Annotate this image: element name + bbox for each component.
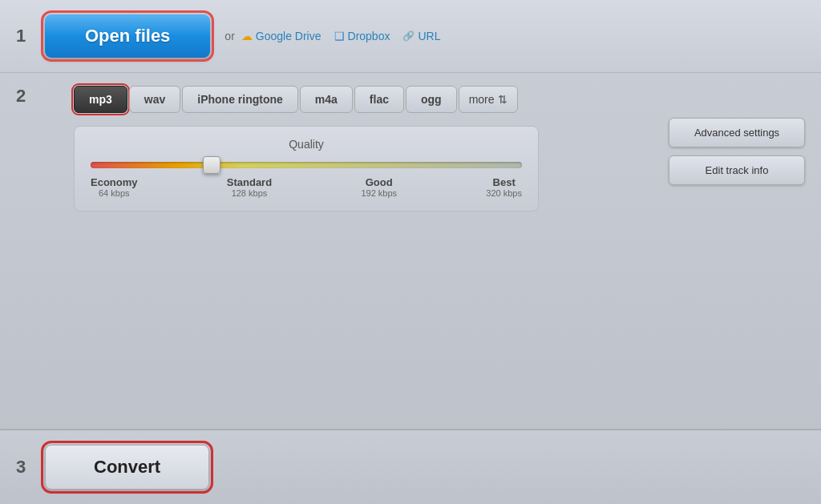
section-2: 2 mp3 wav iPhone ringtone m4a flac ogg m… <box>0 73 821 429</box>
tab-flac[interactable]: flac <box>354 86 404 113</box>
edit-track-info-button[interactable]: Edit track info <box>669 155 805 185</box>
format-tabs: mp3 wav iPhone ringtone m4a flac ogg mor… <box>74 86 653 113</box>
standard-kbps: 128 kbps <box>227 188 272 198</box>
google-drive-label: Google Drive <box>256 30 322 42</box>
step-2-number: 2 <box>16 86 45 107</box>
quality-title: Quality <box>91 138 522 151</box>
section-1: 1 Open files or ☁ Google Drive ❑ Dropbox… <box>0 0 821 73</box>
quality-panel: Quality Economy 64 kbps Standard 128 kbp… <box>74 126 539 212</box>
best-label: Best <box>486 176 522 188</box>
section-2-content: mp3 wav iPhone ringtone m4a flac ogg mor… <box>45 86 653 212</box>
slider-track <box>91 162 522 168</box>
quality-slider-container <box>91 162 522 168</box>
quality-standard: Standard 128 kbps <box>227 176 272 198</box>
quality-good: Good 192 kbps <box>361 176 397 198</box>
section-3: 3 Convert <box>0 429 821 504</box>
good-kbps: 192 kbps <box>361 188 397 198</box>
more-label: more <box>469 93 495 106</box>
good-label: Good <box>361 176 397 188</box>
url-link[interactable]: 🔗 URL <box>402 30 440 42</box>
tab-mp3[interactable]: mp3 <box>74 86 127 113</box>
quality-best: Best 320 kbps <box>486 176 522 198</box>
side-buttons: Advanced settings Edit track info <box>669 118 805 185</box>
standard-label: Standard <box>227 176 272 188</box>
cloud-links: ☁ Google Drive ❑ Dropbox 🔗 URL <box>241 30 441 42</box>
tab-iphone-ringtone[interactable]: iPhone ringtone <box>182 86 298 113</box>
economy-label: Economy <box>91 176 138 188</box>
google-drive-icon: ☁ <box>241 30 253 42</box>
slider-labels: Economy 64 kbps Standard 128 kbps Good 1… <box>91 176 522 198</box>
more-select[interactable]: more ⇅ <box>459 86 518 113</box>
tab-m4a[interactable]: m4a <box>300 86 353 113</box>
google-drive-link[interactable]: ☁ Google Drive <box>241 30 322 42</box>
quality-economy: Economy 64 kbps <box>91 176 138 198</box>
open-files-button[interactable]: Open files <box>45 14 210 58</box>
step-3-number: 3 <box>16 457 45 478</box>
url-label: URL <box>418 30 440 42</box>
convert-button[interactable]: Convert <box>45 445 209 490</box>
dropbox-label: Dropbox <box>348 30 390 42</box>
main-container: 1 Open files or ☁ Google Drive ❑ Dropbox… <box>0 0 821 504</box>
step-1-number: 1 <box>16 26 45 46</box>
tab-wav[interactable]: wav <box>129 86 180 113</box>
chevron-icon: ⇅ <box>498 93 508 106</box>
dropbox-icon: ❑ <box>334 30 345 42</box>
tab-ogg[interactable]: ogg <box>406 86 457 113</box>
dropbox-link[interactable]: ❑ Dropbox <box>334 30 390 42</box>
url-icon: 🔗 <box>402 30 415 42</box>
economy-kbps: 64 kbps <box>91 188 138 198</box>
slider-thumb[interactable] <box>203 156 220 174</box>
advanced-settings-button[interactable]: Advanced settings <box>669 118 805 147</box>
best-kbps: 320 kbps <box>486 188 522 198</box>
or-text: or <box>224 30 234 42</box>
